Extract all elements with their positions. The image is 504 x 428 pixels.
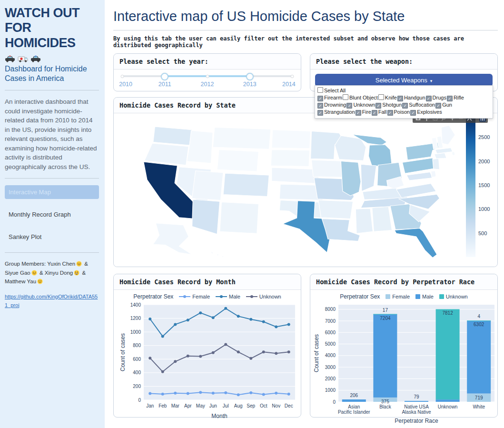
weapon-option-blunt-object[interactable]: Blunt Object — [343, 94, 378, 101]
state-OR[interactable] — [145, 143, 189, 165]
repo-link[interactable]: https://github.com/KingOfOrikid/DATA551_… — [5, 294, 98, 308]
slider-handle-start[interactable] — [161, 73, 168, 80]
state-UT[interactable] — [192, 171, 223, 200]
weapon-option-unknown[interactable]: ✓Unknown — [346, 101, 375, 109]
state-ID[interactable] — [187, 130, 213, 163]
weapon-option-suffocation[interactable]: ✓Suffocation — [402, 101, 435, 109]
year-tick: 2012 — [201, 81, 214, 88]
state-AL[interactable] — [372, 207, 392, 231]
legend-item-male[interactable]: Male — [216, 294, 240, 299]
sidebar-item-interactive-map[interactable]: Interactive Map — [5, 185, 99, 199]
checkbox-icon[interactable]: ✓ — [426, 96, 432, 101]
weapon-option-handgun[interactable]: ✓Handgun — [397, 94, 425, 101]
weapon-option-fall[interactable]: ✓Fall — [372, 109, 387, 116]
weapon-option-select-all[interactable]: Select All — [317, 87, 346, 94]
state-IL[interactable] — [341, 161, 361, 196]
state-HI[interactable] — [210, 251, 214, 254]
year-tick: 2014 — [282, 81, 296, 88]
checkbox-icon[interactable]: ✓ — [317, 103, 323, 109]
weapon-option-shotgun[interactable]: ✓Shotgun — [376, 101, 402, 109]
weapon-option-firearm[interactable]: ✓Firearm — [317, 94, 342, 101]
state-RI[interactable] — [452, 151, 455, 155]
checkbox-icon[interactable]: ✓ — [346, 103, 352, 109]
checkbox-icon[interactable] — [317, 87, 323, 93]
legend-item-female[interactable]: Female — [179, 294, 210, 299]
state-MS[interactable] — [356, 209, 373, 233]
state-CO[interactable] — [223, 173, 269, 196]
legend-item-unknown[interactable]: Unknown — [439, 294, 468, 299]
checkbox-icon[interactable]: ✓ — [397, 96, 403, 101]
state-NM[interactable] — [220, 202, 259, 234]
race-bar-chart[interactable]: 010002000300040005000600070008000206Asia… — [311, 301, 497, 426]
checkbox-icon[interactable]: ✓ — [372, 110, 377, 116]
state-MD[interactable] — [406, 172, 433, 180]
weapon-option-poison[interactable]: ✓Poison — [387, 109, 410, 116]
tab-note: By using this tab the user can easily fi… — [113, 35, 498, 49]
bar-segment-unknown[interactable] — [435, 309, 459, 399]
year-slider[interactable]: 2010 2011 2012 2013 2014 — [122, 70, 292, 91]
state-ME[interactable] — [441, 125, 455, 144]
smiley-icon — [76, 261, 82, 267]
bar-segment-male[interactable] — [435, 399, 459, 402]
app-root: WATCH OUT FOR HOMICIDES Dashboard for Ho… — [0, 0, 504, 428]
weapon-option-drugs[interactable]: ✓Drugs — [426, 94, 446, 101]
state-CT[interactable] — [435, 153, 446, 159]
choropleth-map[interactable]: 5001000150020002500 — [114, 113, 497, 267]
state-IN[interactable] — [361, 164, 376, 191]
weapon-option-drowning[interactable]: ✓Drowning — [317, 101, 346, 109]
weapon-option-strangulation[interactable]: ✓Strangulation — [317, 109, 355, 116]
bar-segment-male[interactable] — [373, 314, 397, 398]
state-NJ[interactable] — [433, 159, 440, 169]
weapon-option-fire[interactable]: ✓Fire — [356, 109, 371, 116]
bar-segment-male[interactable] — [342, 399, 366, 402]
checkbox-icon[interactable]: ✓ — [402, 103, 408, 109]
state-PA[interactable] — [402, 158, 435, 173]
bar-segment-male[interactable] — [467, 320, 491, 393]
checkbox-icon[interactable] — [343, 94, 348, 100]
checkbox-icon[interactable]: ✓ — [410, 110, 416, 116]
legend-item-unknown[interactable]: Unknown — [246, 294, 281, 299]
sidebar-item-sankey-plot[interactable]: Sankey Plot — [5, 230, 99, 244]
state-AR[interactable] — [318, 200, 353, 219]
svg-text:Count of cases: Count of cases — [313, 334, 320, 372]
race-chart-title: Homicide Cases Record by Perpetrator Rac… — [310, 274, 497, 290]
state-MT[interactable] — [213, 127, 271, 149]
bar-segment-unknown[interactable] — [467, 320, 491, 321]
checkbox-icon[interactable]: ✓ — [376, 103, 381, 109]
bar-segment-male[interactable] — [405, 401, 428, 402]
state-HI[interactable] — [221, 256, 224, 258]
weapon-option-gun[interactable]: ✓Gun — [435, 101, 452, 109]
us-states-map[interactable] — [128, 117, 461, 261]
state-LA[interactable] — [322, 219, 360, 241]
checkbox-icon[interactable]: ✓ — [387, 110, 393, 116]
state-AK[interactable] — [153, 223, 192, 255]
state-WA[interactable] — [153, 127, 192, 145]
state-FL[interactable] — [395, 229, 437, 258]
legend-item-male[interactable]: Male — [415, 294, 434, 299]
state-NE[interactable] — [272, 168, 319, 184]
selected-weapons-button[interactable]: Selected Weapons▾ — [315, 74, 493, 87]
state-AZ[interactable] — [192, 199, 220, 234]
sidebar-item-monthly-record-graph[interactable]: Monthly Record Graph — [5, 208, 99, 221]
state-ND[interactable] — [272, 130, 311, 149]
svg-text:1400: 1400 — [130, 302, 141, 308]
month-line-chart[interactable]: 0200400600800100012001400JanFebMarAprMay… — [117, 301, 298, 421]
state-SD[interactable] — [271, 149, 310, 166]
legend-item-female[interactable]: Female — [385, 294, 410, 299]
state-DE[interactable] — [431, 171, 436, 177]
checkbox-icon[interactable]: ✓ — [356, 110, 361, 116]
checkbox-icon[interactable]: ✓ — [317, 110, 323, 116]
colorbar-tick: 2500 — [478, 134, 490, 140]
slider-handle-end[interactable] — [246, 73, 254, 80]
checkbox-icon[interactable]: ✓ — [435, 103, 441, 109]
state-WY[interactable] — [217, 149, 258, 171]
state-HI[interactable] — [216, 254, 219, 256]
checkbox-icon[interactable]: ✓ — [447, 96, 453, 101]
state-MI[interactable] — [368, 145, 392, 167]
checkbox-icon[interactable]: ✓ — [317, 96, 323, 101]
checkbox-icon[interactable] — [378, 94, 384, 100]
weapon-option-explosives[interactable]: ✓Explosives — [410, 109, 442, 116]
bar-segment-unknown[interactable] — [373, 314, 397, 315]
weapon-option-knife[interactable]: Knife — [378, 94, 397, 101]
weapon-option-rifle[interactable]: ✓Rifle — [447, 94, 464, 101]
